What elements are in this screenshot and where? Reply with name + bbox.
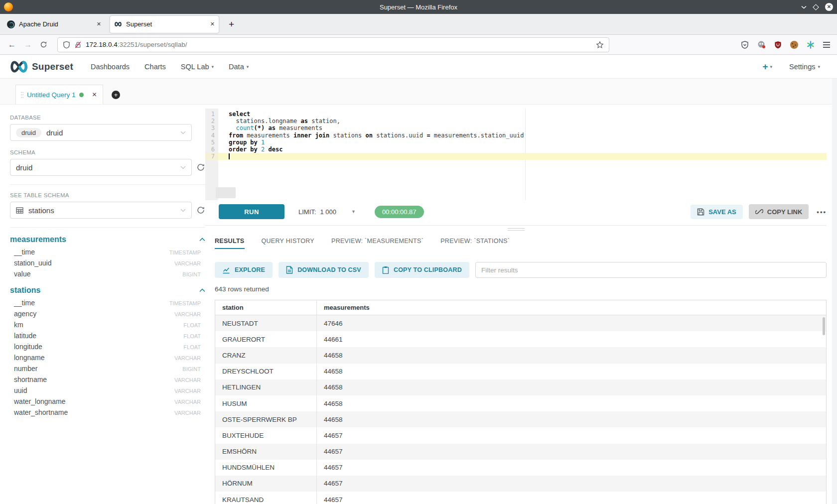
browser-tab-apache-druid[interactable]: Apache Druid ✕ [3, 16, 105, 33]
mask-extension-icon[interactable] [757, 40, 766, 49]
results-tab-preview-measurements[interactable]: PREVIEW: `MEASUREMENTS` [331, 238, 423, 249]
superset-infinity-icon [9, 60, 29, 73]
result-cell: EMSHÖRN [215, 444, 317, 460]
result-cell: 44658 [317, 364, 826, 379]
copy-link-button[interactable]: COPY LINK [749, 204, 809, 219]
maximize-button[interactable] [813, 4, 819, 10]
caret-down-icon: ▾ [247, 64, 249, 69]
more-options-button[interactable]: ••• [817, 208, 827, 216]
filter-results-input[interactable] [475, 262, 827, 278]
result-cell: HÖRNUM [215, 476, 317, 492]
column-header-station[interactable]: station [215, 300, 317, 315]
database-value: druid [46, 128, 63, 137]
column-name: agency [10, 310, 36, 318]
plus-icon: + [762, 62, 768, 71]
copy-link-label: COPY LINK [767, 208, 803, 216]
add-query-tab-button[interactable]: + [112, 91, 120, 99]
chevron-up-icon[interactable] [199, 238, 205, 242]
results-table-body: NEUSTADT47646GRAUERORT44661CRANZ44658DRE… [215, 315, 826, 504]
save-as-label: SAVE AS [708, 208, 736, 216]
action-button-copy-to-clipboard[interactable]: COPY TO CLIPBOARD [375, 262, 469, 278]
schema-column-row: longitudeFLOAT [10, 343, 205, 354]
tab-close-icon[interactable]: ✕ [207, 21, 215, 27]
action-button-download-to-csv[interactable]: DOWNLOAD TO CSV [279, 262, 369, 278]
results-tab-results[interactable]: RESULTS [215, 238, 245, 249]
table-scrollbar-thumb[interactable] [823, 317, 825, 335]
pane-drag-handle-icon[interactable] [508, 228, 525, 231]
menu-hamburger-icon[interactable] [823, 40, 830, 49]
table-schema-select[interactable]: stations [10, 202, 192, 219]
column-name: water_longname [10, 397, 66, 405]
sql-lab-main: DATABASE druid druid SCHEMA druid [0, 105, 837, 504]
query-tabstrip: Untitled Query 1 ✕ + [0, 79, 837, 105]
superset-logo[interactable]: Superset [9, 60, 73, 73]
add-new-button[interactable]: + ▾ [762, 62, 772, 71]
action-button-explore[interactable]: EXPLORE [215, 262, 273, 278]
query-tab-untitled[interactable]: Untitled Query 1 ✕ [15, 85, 103, 104]
minimize-button[interactable] [801, 5, 807, 9]
column-type: VARCHAR [174, 388, 201, 394]
result-cell: 44658 [317, 411, 826, 427]
refresh-tables-icon[interactable] [196, 206, 205, 215]
reload-button[interactable] [40, 41, 47, 48]
query-tab-close-icon[interactable]: ✕ [92, 91, 97, 98]
results-tabbar: RESULTSQUERY HISTORYPREVIEW: `MEASUREMEN… [205, 238, 827, 249]
close-window-button[interactable]: ✕ [825, 3, 833, 11]
back-button[interactable]: ← [8, 41, 16, 49]
settings-menu[interactable]: Settings ▾ [789, 63, 820, 71]
bookmark-star-icon[interactable] [596, 41, 604, 49]
database-select[interactable]: druid druid [10, 124, 192, 141]
column-header-measurements[interactable]: measurements [317, 300, 826, 315]
sql-editor[interactable]: 1234567 select stations.longname as stat… [205, 109, 827, 200]
results-tab-query-history[interactable]: QUERY HISTORY [262, 238, 314, 249]
column-type: VARCHAR [174, 355, 201, 361]
schema-select[interactable]: druid [10, 159, 192, 176]
cookie-extension-icon[interactable] [790, 41, 798, 49]
floppy-disk-icon [697, 208, 704, 216]
save-as-button[interactable]: SAVE AS [691, 205, 743, 219]
nav-item-sql-lab[interactable]: SQL Lab▾ [181, 63, 214, 71]
url-field[interactable]: 172.18.0.4:32251/superset/sqllab/ [57, 37, 609, 52]
limit-dropdown[interactable]: LIMIT: 1 000 ▼ [298, 208, 356, 216]
forward-button[interactable]: → [24, 41, 32, 49]
insecure-lock-icon[interactable] [74, 41, 82, 49]
column-type: BIGINT [182, 366, 201, 372]
superset-navbar: Superset DashboardsChartsSQL Lab▾Data▾ +… [0, 55, 837, 79]
database-tag: druid [16, 128, 41, 137]
tracking-protection-shield-icon[interactable] [63, 41, 70, 49]
chevron-up-icon[interactable] [199, 288, 205, 292]
page-scrollbar-track[interactable] [832, 79, 837, 504]
ublock-shield-icon[interactable] [774, 41, 782, 49]
nav-item-data[interactable]: Data▾ [229, 63, 249, 71]
column-type: VARCHAR [174, 311, 201, 317]
browser-tab-label: Superset [126, 20, 207, 28]
browser-tab-label: Apache Druid [19, 20, 94, 28]
pocket-shield-icon[interactable] [741, 41, 749, 49]
result-cell: 44658 [317, 379, 826, 395]
browser-urlbar: ← → 172.18.0.4:32251/superset/sqllab/ [0, 35, 837, 55]
schema-table-header: stations [10, 286, 205, 295]
editor-code[interactable]: select stations.longname as station, cou… [218, 111, 827, 160]
window-controls: ✕ [801, 0, 833, 14]
schema-label: SCHEMA [10, 149, 205, 155]
result-cell: KRAUTSAND [215, 492, 317, 504]
new-tab-button[interactable]: + [224, 19, 239, 29]
nav-item-charts[interactable]: Charts [144, 63, 166, 71]
tab-close-icon[interactable]: ✕ [94, 21, 101, 27]
result-cell: 44658 [317, 395, 826, 411]
run-button[interactable]: RUN [219, 204, 284, 219]
schema-column-row: __timeTIMESTAMP [10, 248, 205, 259]
browser-tab-superset[interactable]: Superset ✕ [110, 16, 219, 33]
refresh-schemas-icon[interactable] [196, 163, 205, 172]
schema-column-row: __timeTIMESTAMP [10, 299, 205, 310]
editor-resize-handle[interactable] [216, 187, 236, 198]
results-tab-preview-stations[interactable]: PREVIEW: `STATIONS` [440, 238, 510, 249]
asterisk-extension-icon[interactable] [807, 41, 815, 49]
schema-column-row: agencyVARCHAR [10, 310, 205, 321]
action-button-label: DOWNLOAD TO CSV [297, 266, 361, 273]
column-type: BIGINT [182, 271, 201, 277]
drag-handle-icon[interactable] [21, 92, 23, 98]
nav-item-dashboards[interactable]: Dashboards [91, 63, 130, 71]
schema-column-row: valueBIGINT [10, 270, 205, 281]
brand-name: Superset [32, 61, 73, 72]
